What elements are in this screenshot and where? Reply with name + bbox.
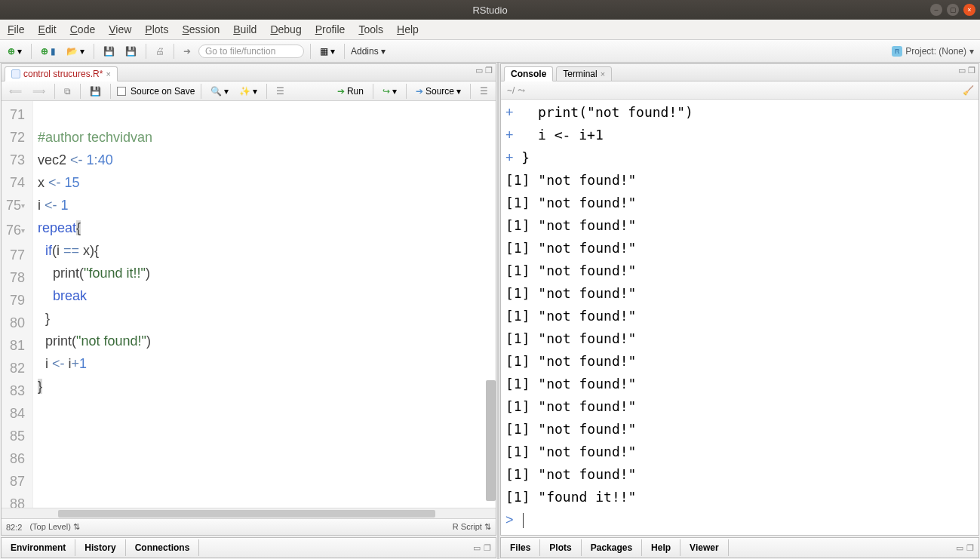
popout-button[interactable]: ⧉	[61, 84, 74, 98]
grid-button[interactable]: ▦▾	[317, 45, 338, 58]
open-file-button[interactable]: 📂▾	[63, 45, 88, 58]
source-tab[interactable]: control strucures.R* ×	[5, 66, 118, 81]
grid-icon: ▦	[320, 46, 328, 57]
tab-plots[interactable]: Plots	[540, 539, 581, 556]
find-button[interactable]: 🔍▾	[207, 84, 232, 98]
tab-viewer[interactable]: Viewer	[680, 539, 728, 556]
main-toolbar: ⊕▾ ⊕▮ 📂▾ 💾 💾 🖨 ➜ Go to file/function ▦▾ …	[0, 40, 980, 63]
env-pane-tabs: Environment History Connections ▭❐	[1, 537, 496, 558]
folder-icon: 📂	[66, 46, 78, 57]
source-toolbar: ⟸ ⟹ ⧉ 💾 Source on Save 🔍▾ ✨▾ ☰ ➔Run ↪▾	[2, 81, 496, 101]
scope-selector[interactable]: (Top Level) ⇅	[29, 522, 79, 532]
maximize-pane-icon[interactable]: ❐	[966, 543, 974, 553]
plus-icon: ⊕	[41, 46, 48, 57]
minimize-button[interactable]: –	[930, 4, 942, 16]
tab-console[interactable]: Console	[504, 66, 553, 81]
tab-close-icon[interactable]: ×	[106, 69, 110, 78]
tab-connections[interactable]: Connections	[126, 539, 200, 556]
cursor-position: 82:2	[6, 523, 22, 532]
outline-button[interactable]: ☰	[477, 84, 491, 98]
tab-terminal[interactable]: Terminal ×	[556, 66, 612, 81]
new-project-button[interactable]: ⊕▮	[38, 45, 59, 58]
arrow-icon: ➜	[183, 46, 191, 57]
editor-scrollbar[interactable]	[486, 380, 496, 501]
source-on-save-label: Source on Save	[131, 86, 195, 97]
close-button[interactable]: ×	[963, 4, 975, 16]
plus-icon: ⊕	[8, 46, 15, 57]
window-controls: – ▢ ×	[930, 4, 975, 16]
mode-selector[interactable]: R Script ⇅	[453, 522, 491, 532]
minimize-pane-icon[interactable]: ▭	[473, 543, 481, 553]
gutter: 71 72 73 74 75▾ 76▾ 77 78 79 80 81 82 83…	[2, 101, 33, 508]
disk-icon: 💾	[125, 46, 137, 57]
menu-help[interactable]: Help	[397, 23, 419, 35]
tab-files[interactable]: Files	[501, 539, 540, 556]
clear-console-button[interactable]: 🧹	[963, 85, 974, 96]
source-on-save-checkbox[interactable]	[117, 87, 126, 96]
report-icon: ☰	[276, 86, 284, 97]
console-cwd-go-icon[interactable]: ⤳	[518, 85, 525, 96]
goto-input[interactable]: Go to file/function	[198, 45, 304, 58]
maximize-button[interactable]: ▢	[947, 4, 959, 16]
minimize-pane-icon[interactable]: ▭	[958, 66, 966, 75]
r-file-icon	[11, 69, 20, 78]
run-icon: ➔	[337, 86, 345, 97]
console-tabrow: Console Terminal × ▭❐	[501, 64, 978, 81]
goto-button[interactable]: ➜	[180, 45, 194, 58]
console-output[interactable]: + print("not found!") + i <- i+1 + } [1]…	[501, 100, 978, 535]
save-button[interactable]: 💾	[100, 45, 118, 58]
source-tabrow: control strucures.R* × ▭❐	[2, 64, 496, 81]
disk-icon: 💾	[103, 46, 115, 57]
files-pane-tabs: Files Plots Packages Help Viewer ▭❐	[500, 537, 979, 558]
wand-button[interactable]: ✨▾	[236, 84, 260, 98]
rerun-button[interactable]: ↪▾	[379, 84, 400, 98]
code-area[interactable]: #author techvidvan vec2 <- 1:40 x <- 15 …	[33, 101, 496, 508]
menu-build[interactable]: Build	[233, 23, 257, 35]
tab-history[interactable]: History	[75, 539, 125, 556]
run-button[interactable]: ➔Run	[334, 84, 367, 98]
save-src-button[interactable]: 💾	[87, 84, 104, 98]
r-icon: R	[892, 46, 902, 57]
maximize-pane-icon[interactable]: ❐	[968, 66, 975, 75]
menu-plots[interactable]: Plots	[145, 23, 168, 35]
tab-close-icon[interactable]: ×	[601, 69, 605, 78]
console-path-bar: ~/ ⤳ 🧹	[501, 81, 978, 100]
addins-button[interactable]: Addins ▾	[351, 46, 386, 57]
window-title: RStudio	[472, 5, 507, 16]
menu-profile[interactable]: Profile	[315, 23, 346, 35]
code-editor[interactable]: 71 72 73 74 75▾ 76▾ 77 78 79 80 81 82 83…	[2, 101, 496, 508]
tab-packages[interactable]: Packages	[582, 539, 642, 556]
source-button[interactable]: ➔Source ▾	[413, 84, 464, 98]
new-file-button[interactable]: ⊕▾	[5, 45, 25, 58]
tab-help[interactable]: Help	[642, 539, 680, 556]
menu-edit[interactable]: Edit	[38, 23, 57, 35]
main-area: control strucures.R* × ▭❐ ⟸ ⟹ ⧉ 💾 Source…	[0, 63, 980, 559]
tab-environment[interactable]: Environment	[2, 539, 75, 556]
editor-hscroll[interactable]	[2, 508, 496, 518]
menu-code[interactable]: Code	[70, 23, 95, 35]
minimize-pane-icon[interactable]: ▭	[475, 66, 483, 75]
forward-button[interactable]: ⟹	[29, 84, 48, 98]
menu-bar: File Edit Code View Plots Session Build …	[0, 20, 980, 40]
editor-statusbar: 82:2 (Top Level) ⇅ R Script ⇅	[2, 518, 496, 535]
title-bar: RStudio – ▢ ×	[0, 0, 980, 20]
maximize-pane-icon[interactable]: ❐	[485, 66, 493, 75]
project-selector[interactable]: R Project: (None) ▾	[892, 46, 974, 57]
source-icon: ➔	[416, 86, 423, 97]
menu-file[interactable]: File	[8, 23, 25, 35]
minimize-pane-icon[interactable]: ▭	[956, 543, 963, 553]
save-all-button[interactable]: 💾	[122, 45, 140, 58]
wand-icon: ✨	[239, 86, 250, 97]
report-button[interactable]: ☰	[273, 84, 287, 98]
print-icon: 🖨	[155, 46, 164, 57]
menu-tools[interactable]: Tools	[358, 23, 383, 35]
disk-icon: 💾	[90, 86, 101, 97]
menu-view[interactable]: View	[109, 23, 131, 35]
maximize-pane-icon[interactable]: ❐	[484, 543, 491, 553]
print-button[interactable]: 🖨	[152, 45, 167, 58]
menu-session[interactable]: Session	[182, 23, 220, 35]
back-button[interactable]: ⟸	[6, 84, 25, 98]
menu-debug[interactable]: Debug	[270, 23, 301, 35]
rerun-icon: ↪	[382, 86, 390, 97]
magnifier-icon: 🔍	[210, 86, 222, 97]
